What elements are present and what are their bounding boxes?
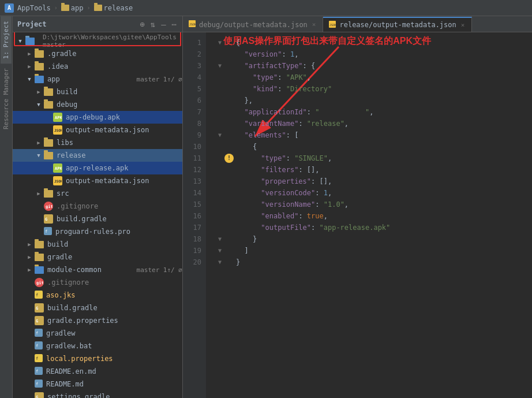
expand-arrow-readme-md[interactable] [25, 380, 33, 388]
tree-item-debug[interactable]: ▼debug [13, 98, 182, 111]
expand-arrow-debug[interactable]: ▼ [35, 101, 43, 109]
expand-arrow-release[interactable]: ▼ [35, 151, 43, 159]
side-tab-project[interactable]: 1: Project [1, 16, 12, 64]
expand-arrow-module-common[interactable]: ▶ [25, 266, 33, 274]
fold-gutter-19[interactable]: ▼ [215, 245, 224, 256]
expand-arrow-build-gradle-root[interactable] [25, 304, 33, 312]
fold-btn[interactable]: ▼ [218, 233, 222, 245]
fold-gutter-3[interactable]: ▼ [215, 60, 224, 72]
svg-text:JSON: JSON [54, 179, 62, 183]
tree-item-readme-md[interactable]: fREADME.md [13, 378, 182, 390]
tree-item-build-gradle-app[interactable]: Gbuild.gradle [13, 213, 182, 225]
expand-arrow-local-properties[interactable] [25, 355, 33, 363]
tree-item-readme-en[interactable]: fREADME.en.md [13, 365, 182, 378]
tree-item-idea[interactable]: ▶.idea [13, 60, 182, 73]
tab-debug-tab[interactable]: JSONdebug/output-metadata.json× [183, 17, 323, 32]
tree-item-module-common[interactable]: ▶module-commonmaster 1↑/ ∅ [13, 263, 182, 276]
fold-btn[interactable]: ▼ [218, 129, 222, 141]
tree-item-build1[interactable]: ▶build [13, 85, 182, 98]
expand-arrow-gradle-properties[interactable] [25, 317, 33, 325]
expand-arrow-src[interactable]: ▶ [35, 189, 43, 198]
tab-close-release-tab[interactable]: × [460, 21, 466, 29]
tree-item-apptools-root[interactable]: ▼AppToolsD:\jtwork\Workspaces\gitee\AppT… [13, 35, 182, 47]
expand-arrow-build2[interactable]: ▶ [25, 240, 33, 248]
line-num-14: 14 [183, 187, 206, 199]
tree-item-proguard[interactable]: fproguard-rules.pro [13, 225, 182, 238]
tree-item-aso-jks[interactable]: faso.jks [13, 289, 182, 302]
breadcrumb-release: release [94, 4, 133, 12]
tab-release-tab[interactable]: JSONrelease/output-metadata.json× [323, 17, 472, 32]
tree-item-output-meta-debug[interactable]: JSONoutput-metadata.json [13, 124, 182, 136]
tree-item-release[interactable]: ▼release [13, 149, 182, 162]
svg-text:f: f [36, 344, 38, 348]
fold-btn[interactable]: ▼ [218, 256, 222, 268]
panel-icon-sort[interactable]: ⇅ [149, 18, 156, 30]
expand-arrow-readme-en[interactable] [25, 367, 33, 375]
tree-item-build2[interactable]: ▶build [13, 238, 182, 251]
file-icon-release [44, 152, 53, 159]
token-12-punc: : [], [298, 164, 319, 176]
tree-extra-app: master 1↑/ ∅ [137, 76, 182, 83]
fold-gutter-20[interactable]: ▼ [215, 256, 224, 268]
panel-icon-minimize[interactable]: — [160, 18, 167, 30]
tree-label-readme-en: README.en.md [46, 367, 182, 375]
expand-arrow-gitignore-app[interactable] [35, 202, 43, 210]
expand-arrow-gitignore-root[interactable] [25, 278, 33, 287]
fold-gutter-18[interactable]: ▼ [215, 233, 224, 245]
tab-close-debug-tab[interactable]: × [311, 20, 317, 29]
expand-arrow-proguard[interactable] [35, 228, 43, 236]
tree-item-libs[interactable]: ▶libs [13, 136, 182, 149]
expand-arrow-gradle-folder[interactable]: ▶ [25, 253, 33, 261]
expand-arrow-app-release[interactable] [44, 164, 52, 172]
tree-item-gitignore-root[interactable]: git.gitignore [13, 276, 182, 289]
token-3-punc: : [303, 60, 311, 72]
expand-arrow-gradlew[interactable] [25, 329, 33, 337]
file-icon-build-gradle-app: G [44, 214, 53, 224]
panel-icon-add[interactable]: ⊕ [138, 18, 145, 30]
tree-item-gradlew-bat[interactable]: fgradlew.bat [13, 340, 182, 352]
panel-icon-menu[interactable]: ⋯ [171, 18, 178, 30]
tree-item-src[interactable]: ▶src [13, 187, 182, 200]
token-8-punc: , [344, 118, 349, 129]
expand-arrow-app-debug[interactable] [44, 113, 52, 121]
expand-arrow-libs[interactable]: ▶ [35, 139, 43, 147]
tree-item-local-properties[interactable]: flocal.properties [13, 352, 182, 365]
expand-arrow-output-meta-debug[interactable] [44, 126, 52, 134]
fold-gutter-9[interactable]: ▼ [215, 129, 224, 141]
expand-arrow-app[interactable]: ▼ [25, 75, 33, 83]
fold-btn[interactable]: ▼ [218, 245, 222, 256]
expand-arrow-idea[interactable]: ▶ [25, 62, 33, 70]
fold-btn[interactable]: ▼ [218, 60, 222, 72]
tree-item-app-debug[interactable]: APKapp-debug.apk [13, 111, 182, 124]
tree-item-gradle-properties[interactable]: Ggradle.properties [13, 314, 182, 327]
fold-gutter-1[interactable]: ▼ [215, 37, 224, 49]
tree-item-settings-gradle[interactable]: Gsettings.gradle [13, 390, 182, 398]
expand-arrow-aso-jks[interactable] [25, 291, 33, 299]
token-3-key: "artifactType" [236, 60, 303, 72]
expand-arrow-settings-gradle[interactable] [25, 393, 33, 398]
expand-arrow-build1[interactable]: ▶ [35, 88, 43, 96]
expand-arrow-output-meta-release[interactable] [44, 177, 52, 185]
side-tab-resource[interactable]: Resource Manager [1, 64, 12, 134]
tree-item-build-gradle-root[interactable]: Gbuild.gradle [13, 302, 182, 314]
code-content[interactable]: 使用AS操作界面打包出来带自定义签名的APK文件 ▼{ "version": 1… [206, 32, 532, 398]
tree-item-gitignore-app[interactable]: git.gitignore [13, 200, 182, 213]
fold-btn[interactable]: ▼ [218, 37, 222, 49]
tree-item-app-release[interactable]: APKapp-release.apk [13, 162, 182, 174]
file-icon-local-properties: f [35, 354, 43, 364]
tree-item-gradle[interactable]: ▶.gradle [13, 47, 182, 60]
token-8-punc: : [298, 118, 306, 129]
code-line-2: "version": 1, [215, 49, 532, 60]
folder-icon-app [61, 5, 69, 11]
file-icon-settings-gradle: G [35, 392, 44, 398]
svg-text:APK: APK [55, 166, 62, 171]
expand-arrow-apptools-root[interactable]: ▼ [16, 37, 24, 45]
expand-arrow-build-gradle-app[interactable] [35, 215, 43, 223]
file-icon-libs [44, 139, 53, 147]
tree-item-output-meta-release[interactable]: JSONoutput-metadata.json [13, 174, 182, 187]
tree-item-app[interactable]: ▼appmaster 1↑/ ∅ [13, 73, 182, 85]
tree-item-gradlew[interactable]: fgradlew [13, 327, 182, 340]
expand-arrow-gradlew-bat[interactable] [25, 342, 33, 350]
expand-arrow-gradle[interactable]: ▶ [25, 50, 33, 58]
tree-item-gradle-folder[interactable]: ▶gradle [13, 251, 182, 263]
